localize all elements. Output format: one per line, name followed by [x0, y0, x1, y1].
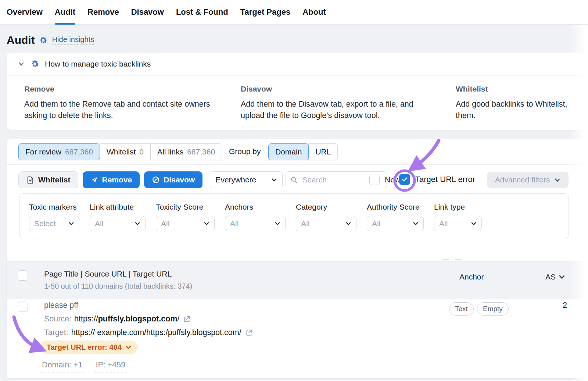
tab-all-links[interactable]: All links 687,360 [150, 143, 222, 160]
insights-title: How to manage toxic backlinks [45, 60, 151, 68]
select-all-checkbox[interactable] [18, 270, 28, 281]
view-tabs: For review 687,360 Whitelist 0 All links… [18, 143, 222, 160]
insight-disavow-text: Add them to the Disavow tab, export to a… [241, 99, 426, 121]
external-link-icon[interactable] [183, 315, 191, 323]
chevron-down-icon [413, 221, 419, 227]
new-checkbox-label: New [385, 175, 400, 184]
source-label: Source: [44, 314, 71, 324]
group-by-url[interactable]: URL [308, 143, 338, 160]
disavow-button[interactable]: Disavow [144, 171, 202, 188]
authority-score-select[interactable]: All [367, 216, 424, 231]
table-header: Page Title | Source URL | Target URL 1-5… [7, 261, 588, 299]
domain-delta[interactable]: Domain: +1 [40, 360, 84, 373]
insight-whitelist-text: Add good backlinks to Whitelist, [456, 99, 588, 110]
disavow-button-label: Disavow [164, 175, 195, 184]
anchors-select[interactable]: All [225, 216, 286, 231]
insight-disavow: Disavow Add them to the Disavow tab, exp… [241, 85, 456, 121]
table-summary: 1-50 out of 110 domains (total backlinks… [44, 282, 192, 291]
chevron-down-icon [559, 274, 565, 280]
page-header: Audit Hide insights [7, 34, 94, 46]
link-type-select[interactable]: All [434, 216, 482, 231]
chevron-down-icon [471, 221, 477, 227]
filter-label: Link type [434, 203, 482, 211]
group-by-toggle: Domain URL [268, 143, 338, 160]
toxic-markers-select[interactable]: Select [29, 216, 79, 231]
gear-icon [39, 36, 48, 45]
chevron-down-icon [125, 344, 132, 350]
tab-label: For review [25, 147, 61, 156]
filter-value: All [161, 219, 169, 228]
target-url-error-badge[interactable]: Target URL error: 404 [40, 341, 138, 354]
filter-label: Toxicity Score [156, 203, 215, 211]
filter-authority-score: Authority Score All [367, 203, 424, 239]
toxicity-score-select[interactable]: All [156, 216, 215, 231]
as-column-header[interactable]: AS [545, 273, 565, 281]
nav-tab-overview[interactable]: Overview [7, 0, 43, 24]
filter-label: Toxic markers [29, 203, 79, 211]
scope-select-value: Everywhere [215, 175, 256, 184]
filter-label: Authority Score [367, 203, 424, 211]
target-url-error-label: Target URL error [415, 175, 475, 184]
new-filter: New [369, 175, 400, 185]
ip-delta[interactable]: IP: +459 [94, 360, 127, 373]
view-tabs-row: For review 687,360 Whitelist 0 All links… [7, 139, 588, 165]
tab-count: 687,360 [65, 147, 93, 156]
source-prefix: https:// [74, 314, 98, 324]
insight-remove-title: Remove [24, 85, 241, 93]
chevron-down-icon [345, 221, 351, 227]
insight-whitelist-text: them. [456, 110, 588, 121]
remove-button[interactable]: Remove [83, 171, 140, 188]
insights-header[interactable]: How to manage toxic backlinks [7, 53, 588, 76]
new-checkbox[interactable] [369, 175, 380, 185]
chevron-down-icon [554, 177, 560, 183]
insight-remove-text: Add them to the Remove tab and contact s… [24, 99, 225, 121]
anchor-column-header: Anchor [459, 273, 484, 281]
gear-icon [30, 59, 40, 69]
nav-tab-audit[interactable]: Audit [55, 0, 75, 24]
nav-tab-lost-found[interactable]: Lost & Found [176, 0, 228, 24]
external-link-icon[interactable] [245, 329, 253, 337]
filter-toxic-markers: Toxic markers Select [29, 203, 79, 239]
chevron-down-icon [68, 221, 74, 227]
collapse-chevron-icon[interactable] [18, 60, 25, 68]
insight-whitelist-title: Whitelist [456, 85, 588, 93]
group-by-domain[interactable]: Domain [268, 143, 309, 160]
anchor-badge-text: Text [449, 302, 474, 316]
link-attribute-select[interactable]: All [90, 216, 146, 231]
row-meta: Domain: +1 IP: +459 [40, 360, 127, 373]
top-nav: Overview Audit Remove Disavow Lost & Fou… [0, 0, 588, 25]
target-url-error-checkbox[interactable] [399, 174, 410, 185]
advanced-filters-button[interactable]: Advanced filters [487, 172, 569, 188]
filter-value: All [95, 219, 103, 228]
nav-tab-disavow[interactable]: Disavow [131, 0, 164, 24]
prohibit-icon [152, 176, 160, 184]
filter-value: All [439, 219, 448, 228]
tab-for-review[interactable]: For review 687,360 [18, 143, 100, 160]
scope-select[interactable]: Everywhere [210, 171, 283, 188]
backlinks-panel: For review 687,360 Whitelist 0 All links… [7, 139, 588, 378]
advanced-filters-label: Advanced filters [495, 175, 550, 184]
filter-label: Category [296, 203, 356, 211]
nav-tab-target-pages[interactable]: Target Pages [240, 0, 291, 24]
row-as-value: 2 [559, 301, 570, 310]
row-source-url: Source: https://puffsly.blogspot.com/ [44, 314, 191, 324]
source-domain: puffsly.blogspot.com [98, 314, 178, 324]
nav-tab-remove[interactable]: Remove [87, 0, 119, 24]
remove-button-label: Remove [102, 175, 132, 184]
chevron-down-icon [271, 177, 277, 183]
whitelist-button[interactable]: Whitelist [18, 171, 78, 188]
target-url-error-badge-label: Target URL error: 404 [47, 343, 122, 352]
tab-label: Whitelist [107, 147, 136, 156]
filter-value: All [372, 219, 380, 228]
search-icon [290, 176, 298, 184]
tab-whitelist[interactable]: Whitelist 0 [100, 143, 151, 160]
nav-tab-about[interactable]: About [302, 0, 326, 24]
send-icon [90, 176, 98, 184]
filter-category: Category All [296, 203, 356, 239]
group-by-label: Group by [229, 147, 261, 156]
row-checkbox[interactable] [18, 302, 28, 312]
category-select[interactable]: All [296, 216, 356, 231]
filter-label: Anchors [225, 203, 286, 211]
hide-insights-link[interactable]: Hide insights [52, 35, 94, 45]
row-target-url: Target: https:// example.com/https:/puff… [44, 328, 253, 337]
